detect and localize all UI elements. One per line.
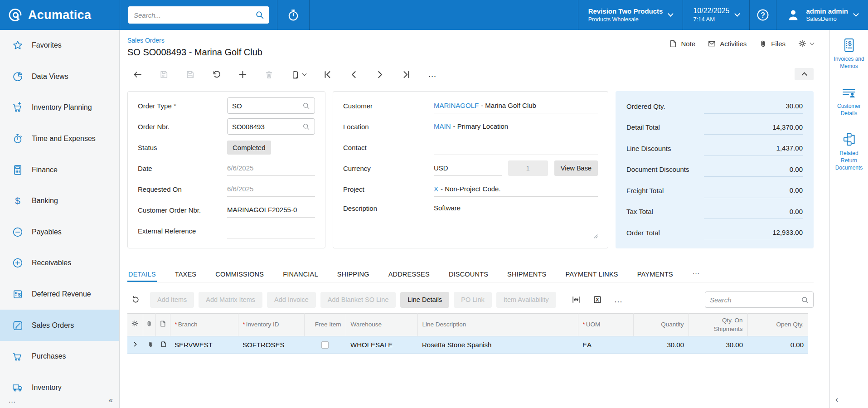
cell-open-qty[interactable]: 0.00: [747, 336, 808, 354]
tab-discounts[interactable]: DISCOUNTS: [448, 266, 489, 282]
add-icon[interactable]: [238, 70, 247, 79]
side-panel-invoices-and-memos[interactable]: $ Invoices and Memos: [830, 37, 868, 70]
refresh-icon[interactable]: [131, 295, 140, 304]
export-excel-icon[interactable]: X: [593, 295, 602, 304]
undo-icon[interactable]: [212, 70, 221, 79]
tab-commissions[interactable]: COMMISSIONS: [214, 266, 265, 282]
tab-payments[interactable]: PAYMENTS: [636, 266, 674, 282]
row-note-cell[interactable]: [155, 336, 170, 354]
sidebar-item-label: Purchases: [32, 352, 66, 360]
lookup-icon[interactable]: [302, 102, 310, 110]
row-expand-cell[interactable]: [127, 336, 143, 354]
next-record-icon[interactable]: [375, 70, 385, 79]
files-button[interactable]: Files: [759, 39, 786, 48]
calculator-dollar-icon: $: [12, 288, 24, 300]
description-textarea[interactable]: Software: [434, 201, 598, 240]
sidebar-collapse-icon[interactable]: «: [109, 396, 113, 405]
business-date-button[interactable]: [277, 0, 309, 30]
sidebar-item-finance[interactable]: Finance: [0, 154, 119, 185]
settings-menu-button[interactable]: [798, 39, 814, 48]
last-record-icon[interactable]: [402, 70, 411, 79]
currency-input[interactable]: USD: [434, 161, 502, 176]
column-header-qty-on-shipments[interactable]: Qty. On Shipments: [689, 314, 747, 336]
grid-row[interactable]: SERVWEST SOFTROSES WHOLESALE Rosetta Sto…: [127, 336, 808, 354]
cell-line-description[interactable]: Rosetta Stone Spanish: [417, 336, 578, 354]
tab-addresses[interactable]: ADDRESSES: [388, 266, 431, 282]
tab-details[interactable]: DETAILS: [127, 266, 157, 282]
cell-quantity[interactable]: 30.00: [633, 336, 689, 354]
customer-link[interactable]: MARINAGOLF: [434, 102, 479, 109]
lookup-icon[interactable]: [302, 123, 310, 131]
column-header-line-description[interactable]: Line Description: [417, 314, 578, 336]
activities-button[interactable]: Activities: [708, 39, 747, 48]
view-base-button[interactable]: View Base: [554, 160, 598, 176]
sidebar-item-time-and-expenses[interactable]: Time and Expenses: [0, 123, 119, 155]
collapse-form-button[interactable]: [795, 68, 814, 80]
side-panel-customer-details[interactable]: Customer Details: [830, 84, 868, 117]
tab-taxes[interactable]: TAXES: [174, 266, 197, 282]
tenant-selector[interactable]: Revision Two Products Products Wholesale: [578, 0, 683, 30]
breadcrumb[interactable]: Sales Orders: [127, 37, 165, 44]
sidebar-item-receivables[interactable]: Receivables: [0, 248, 119, 279]
go-back-icon[interactable]: [133, 70, 142, 79]
previous-record-icon[interactable]: [349, 70, 359, 79]
column-header-quantity[interactable]: Quantity: [633, 314, 689, 336]
sidebar-item-payables[interactable]: Payables: [0, 217, 119, 248]
column-settings-header[interactable]: [127, 314, 143, 336]
sidebar-item-inventory-planning[interactable]: Inventory Planning: [0, 92, 119, 123]
toolbar-more-icon[interactable]: …: [428, 72, 437, 77]
order-nbr-input[interactable]: SO008493: [227, 118, 315, 135]
copy-paste-button[interactable]: [291, 70, 306, 79]
sidebar-item-favorites[interactable]: Favorites: [0, 30, 119, 61]
row-attachment-cell[interactable]: [143, 336, 155, 354]
cell-qty-on-shipments[interactable]: 30.00: [689, 336, 747, 354]
line-details-button[interactable]: Line Details: [400, 292, 449, 308]
brand[interactable]: Acumatica: [0, 0, 120, 30]
cell-uom[interactable]: EA: [578, 336, 633, 354]
tabs-more-icon[interactable]: …: [691, 263, 701, 282]
grid-more-icon[interactable]: …: [614, 297, 623, 302]
column-header-warehouse[interactable]: Warehouse: [346, 314, 417, 336]
total-label: Order Total: [626, 229, 704, 237]
column-header-free-item[interactable]: Free Item: [304, 314, 346, 336]
global-search-input[interactable]: [128, 6, 269, 24]
user-menu[interactable]: admin admin SalesDemo: [776, 0, 868, 30]
column-header-inventory-id[interactable]: *Inventory ID: [238, 314, 304, 336]
business-date-selector[interactable]: 10/22/2025 7:14 AM: [683, 0, 749, 30]
cell-inventory-id[interactable]: SOFTROSES: [238, 336, 304, 354]
contact-input[interactable]: [434, 140, 598, 155]
total-label: Ordered Qty.: [626, 102, 704, 110]
help-button[interactable]: ?: [750, 0, 776, 30]
sidebar-item-purchases[interactable]: Purchases: [0, 341, 119, 372]
grid-search-input[interactable]: [705, 292, 813, 307]
note-button[interactable]: Note: [669, 39, 695, 48]
sidebar-item-banking[interactable]: $ Banking: [0, 185, 119, 217]
tab-payment-links[interactable]: PAYMENT LINKS: [564, 266, 619, 282]
tab-shipments[interactable]: SHIPMENTS: [506, 266, 547, 282]
sidebar-more-icon[interactable]: …: [8, 396, 16, 405]
project-link[interactable]: X: [434, 185, 438, 193]
fit-width-icon[interactable]: [572, 295, 581, 304]
location-link[interactable]: MAIN: [434, 122, 451, 130]
column-header-uom[interactable]: *UOM: [578, 314, 633, 336]
customer-order-nbr-input[interactable]: MARINAGOLF20255-0: [227, 203, 315, 218]
sidebar-item-deferred-revenue[interactable]: $ Deferred Revenue: [0, 279, 119, 310]
sidebar-item-data-views[interactable]: Data Views: [0, 61, 119, 92]
first-record-icon[interactable]: [323, 70, 332, 79]
side-panel-collapse-icon[interactable]: ‹: [835, 394, 838, 404]
order-type-input[interactable]: SO: [227, 97, 315, 114]
cell-warehouse[interactable]: WHOLESALE: [346, 336, 417, 354]
search-icon[interactable]: [801, 296, 809, 304]
total-label: Document Discounts: [626, 165, 704, 173]
resize-handle-icon[interactable]: [593, 233, 598, 238]
cell-branch[interactable]: SERVWEST: [170, 336, 238, 354]
free-item-checkbox[interactable]: [321, 341, 329, 349]
tab-financial[interactable]: FINANCIAL: [282, 266, 319, 282]
tab-shipping[interactable]: SHIPPING: [336, 266, 370, 282]
search-icon[interactable]: [255, 10, 264, 19]
sidebar-item-sales-orders[interactable]: Sales Orders: [0, 310, 119, 341]
external-reference-input[interactable]: [227, 223, 315, 238]
side-panel-related-return-documents[interactable]: Related Return Documents: [830, 131, 868, 171]
column-header-open-qty[interactable]: Open Qty.: [747, 314, 808, 336]
column-header-branch[interactable]: *Branch: [170, 314, 238, 336]
